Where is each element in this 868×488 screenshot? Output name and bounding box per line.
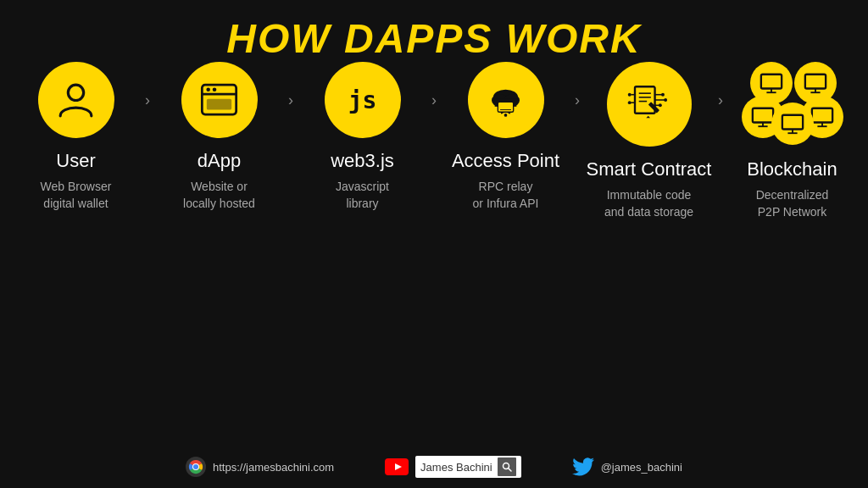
- svg-rect-35: [752, 108, 772, 123]
- web3js-desc: Javascript library: [336, 179, 389, 212]
- youtube-icon: [385, 458, 409, 475]
- arrow-5: ›: [716, 62, 725, 109]
- component-smart-contract: Smart Contract Immutable code and data s…: [581, 62, 716, 220]
- footer-twitter-handle: @james_bachini: [601, 461, 682, 474]
- svg-point-22: [664, 98, 667, 102]
- youtube-search-icon[interactable]: [498, 458, 516, 476]
- cloud-svg-icon: [482, 77, 529, 124]
- monitor-icon-5: [781, 112, 804, 136]
- smart-contract-desc: Immutable code and data storage: [604, 187, 693, 220]
- svg-marker-47: [395, 463, 402, 470]
- svg-rect-41: [782, 115, 802, 130]
- dapp-name: dApp: [198, 150, 241, 172]
- page-container: HOW DAPPS WORK User Web Browser digital …: [0, 0, 868, 488]
- svg-point-4: [213, 87, 217, 92]
- svg-line-49: [508, 469, 511, 472]
- web3js-name: web3.js: [331, 150, 394, 172]
- arrow-3: ›: [430, 62, 438, 109]
- svg-point-26: [628, 101, 632, 104]
- monitor-icon-2: [804, 71, 827, 95]
- access-point-name: Access Point: [452, 150, 559, 172]
- svg-rect-38: [811, 108, 832, 123]
- user-name: User: [56, 150, 95, 172]
- component-access-point: Access Point RPC relay or Infura API: [438, 62, 573, 212]
- user-svg-icon: [53, 77, 99, 124]
- arrow-4: ›: [573, 62, 581, 109]
- smart-contract-icon-circle: [607, 62, 692, 147]
- component-blockchain: Blockchain Decentralized P2P Network: [725, 62, 860, 220]
- svg-rect-32: [804, 75, 825, 89]
- blockchain-name: Blockchain: [747, 158, 837, 180]
- chrome-icon: [186, 457, 206, 477]
- svg-point-3: [206, 87, 210, 92]
- blockchain-node-5: [771, 103, 814, 145]
- svg-point-28: [628, 92, 632, 96]
- user-desc: Web Browser digital wallet: [41, 179, 112, 212]
- js-text-icon: js: [348, 86, 377, 114]
- svg-rect-11: [498, 102, 513, 112]
- access-point-icon-circle: [468, 62, 544, 138]
- svg-point-20: [661, 92, 665, 96]
- footer-twitter: @james_bachini: [572, 458, 682, 476]
- svg-rect-13: [635, 86, 655, 113]
- footer-youtube: James Bachini: [385, 456, 521, 478]
- contract-svg-icon: [626, 81, 672, 128]
- blockchain-desc: Decentralized P2P Network: [756, 187, 829, 220]
- dapp-icon-circle: [181, 62, 258, 138]
- dapp-desc: Website or locally hosted: [183, 179, 255, 212]
- user-icon-circle: [38, 62, 114, 138]
- dapp-svg-icon: [196, 77, 242, 124]
- twitter-icon: [572, 458, 594, 476]
- component-dapp: dApp Website or locally hosted: [152, 62, 287, 212]
- components-row: User Web Browser digital wallet › d: [0, 62, 868, 220]
- svg-point-24: [659, 103, 662, 107]
- monitor-icon-4: [810, 105, 834, 129]
- footer-url-text: https://jamesbachini.com: [213, 461, 334, 474]
- blockchain-cluster: [742, 62, 843, 147]
- footer: https://jamesbachini.com James Bachini: [0, 456, 868, 478]
- svg-rect-5: [207, 98, 231, 109]
- component-user: User Web Browser digital wallet: [8, 62, 143, 212]
- youtube-search-box[interactable]: James Bachini: [415, 456, 521, 478]
- footer-url: https://jamesbachini.com: [186, 457, 334, 477]
- page-title: HOW DAPPS WORK: [226, 15, 641, 62]
- access-point-desc: RPC relay or Infura API: [473, 179, 539, 212]
- monitor-icon-1: [760, 71, 783, 95]
- smart-contract-name: Smart Contract: [587, 158, 712, 180]
- arrow-1: ›: [143, 62, 152, 109]
- arrow-2: ›: [287, 62, 295, 109]
- svg-point-10: [504, 114, 508, 117]
- component-web3js: js web3.js Javascript library: [295, 62, 430, 212]
- svg-rect-29: [760, 75, 781, 89]
- web3js-icon-circle: js: [325, 62, 401, 138]
- youtube-channel-name: James Bachini: [420, 461, 492, 474]
- svg-point-46: [193, 464, 198, 469]
- svg-point-0: [68, 85, 83, 100]
- svg-marker-18: [646, 115, 650, 117]
- svg-rect-17: [648, 102, 659, 113]
